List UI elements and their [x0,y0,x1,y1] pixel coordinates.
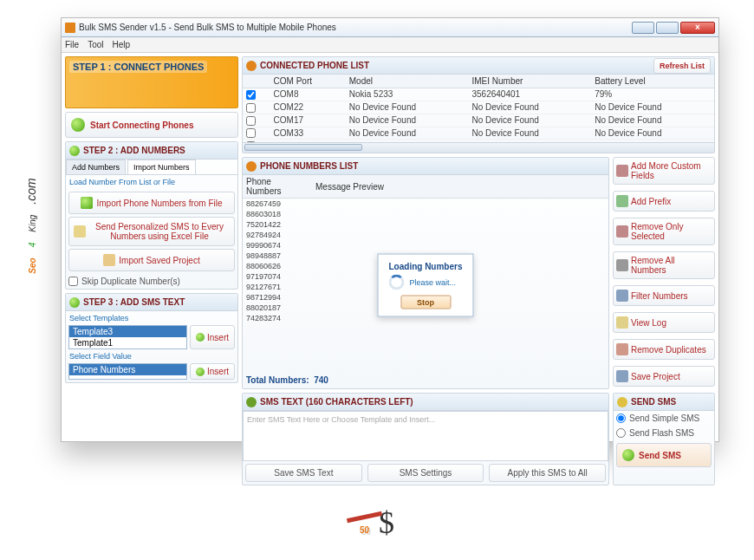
numbers-title: PHONE NUMBERS LIST [260,161,358,171]
refresh-list-button[interactable]: Refresh List [653,58,711,74]
step-icon [69,146,80,156]
insert-icon [196,368,205,376]
template-option[interactable]: Template1 [69,337,186,348]
number-row[interactable]: 92784924 [243,230,312,240]
window-title: Bulk SMS Sender v1.5 - Send Bulk SMS to … [79,23,630,32]
number-row[interactable]: 97197074 [243,271,312,282]
table-row[interactable]: COM22No Device FoundNo Device FoundNo De… [243,101,714,114]
skip-duplicate-checkbox[interactable]: Skip Duplicate Number(s) [66,274,237,289]
titlebar: Bulk SMS Sender v1.5 - Send Bulk SMS to … [62,18,718,37]
menu-file[interactable]: File [65,40,79,49]
excel-icon [74,225,86,238]
envelope-icon [617,397,627,407]
template-list[interactable]: Template3 Template1 [68,325,187,349]
number-row[interactable]: 88603018 [243,209,312,219]
app-window: Bulk SMS Sender v1.5 - Send Bulk SMS to … [61,17,719,442]
add-custom-fields-button[interactable]: Add More Custom Fields [613,157,715,185]
start-connecting-label: Start Connecting Phones [90,120,193,130]
connect-icon [71,118,85,132]
field-option[interactable]: Phone Numbers [69,364,186,375]
close-button[interactable]: × [680,22,715,34]
phone-icon [246,61,257,71]
row-checkbox[interactable] [246,116,256,126]
import-from-file-button[interactable]: Import Phone Numbers from File [68,192,235,214]
import-saved-button[interactable]: Import Saved Project [68,249,235,271]
number-row[interactable]: 98948887 [243,251,312,261]
sms-text-title: SMS TEXT (160 CHARACTERS LEFT) [260,397,413,407]
row-checkbox[interactable] [246,103,256,113]
connected-phone-table: COM PortModelIMEI NumberBattery Level CO… [243,75,714,142]
number-row[interactable]: 75201422 [243,219,312,230]
menu-help[interactable]: Help [112,40,130,49]
insert-icon [196,333,205,342]
price-amount: 50 [360,483,369,547]
save-sms-button[interactable]: Save SMS Text [245,464,362,482]
add-prefix-button[interactable]: Add Prefix [613,191,715,212]
connected-title: CONNECTED PHONE LIST [260,61,650,70]
table-row[interactable]: COM8Nokia 5233356264040179% [243,88,714,101]
tab-import-numbers[interactable]: Import Numbers [127,160,196,174]
total-value: 740 [314,375,328,385]
save-project-button[interactable]: Save Project [613,366,715,387]
sms-settings-button[interactable]: SMS Settings [367,464,484,482]
row-checkbox[interactable] [246,128,256,138]
remove-selected-button[interactable]: Remove Only Selected [613,218,715,245]
tab-add-numbers[interactable]: Add Numbers [66,160,126,174]
view-log-button[interactable]: View Log [613,312,715,333]
step1-title: STEP 1 : CONNECT PHONES [69,61,207,73]
send-simple-radio[interactable]: Send Simple SMS [614,411,714,426]
trash-icon [616,225,628,238]
sms-text-input[interactable]: Enter SMS Text Here or Choose Template a… [243,411,608,461]
stop-button[interactable]: Stop [400,296,451,309]
number-row[interactable]: 88060626 [243,261,312,271]
filter-icon [616,290,628,302]
start-connecting-button[interactable]: Start Connecting Phones [65,112,238,138]
step3-title: STEP 3 : ADD SMS TEXT [83,297,185,307]
send-sms-button[interactable]: Send SMS [616,443,712,467]
send-flash-radio[interactable]: Send Flash SMS [614,426,714,440]
insert-template-button[interactable]: Insert [190,325,235,349]
table-row[interactable]: COM33No Device FoundNo Device FoundNo De… [243,127,714,140]
maximize-button[interactable] [656,22,679,34]
folder-icon [103,254,115,266]
number-row[interactable]: 74283274 [243,313,312,323]
loading-dialog: Loading Numbers Please wait... Stop [377,254,473,317]
row-checkbox[interactable] [246,90,256,100]
step2-title: STEP 2 : ADD NUMBERS [83,146,185,155]
number-row[interactable]: 92127671 [243,282,312,292]
plus-icon [616,195,628,207]
minimize-button[interactable] [632,22,654,34]
number-row[interactable]: 98712994 [243,292,312,303]
personalized-sms-button[interactable]: Send Personalized SMS to Every Numbers u… [68,217,235,246]
horizontal-scrollbar[interactable] [243,142,714,153]
select-templates-label: Select Templates [66,311,237,325]
price-label: 50 $ [0,483,754,547]
remove-duplicates-button[interactable]: Remove Duplicates [613,339,715,360]
please-wait-label: Please wait... [409,278,456,287]
menubar: File Tool Help [62,37,718,53]
insert-field-button[interactable]: Insert [190,363,235,380]
filter-numbers-button[interactable]: Filter Numbers [613,285,715,306]
field-list[interactable]: Phone Numbers [68,363,187,380]
number-row[interactable]: 88267459 [243,199,312,209]
save-icon [616,370,628,382]
menu-tool[interactable]: Tool [88,40,103,49]
number-row[interactable]: 88020187 [243,303,312,313]
brand-four: 4 [28,242,37,247]
table-row[interactable]: COM17No Device FoundNo Device FoundNo De… [243,114,714,127]
log-icon [616,316,628,329]
template-option[interactable]: Template3 [69,326,186,337]
remove-all-button[interactable]: Remove All Numbers [613,251,715,279]
load-label: Load Number From List or File [66,175,237,189]
number-row[interactable]: 99990674 [243,240,312,251]
step-icon [69,297,80,308]
strikethrough [347,511,382,523]
trash-all-icon [616,259,628,271]
download-icon [81,197,93,209]
sms-icon [246,397,257,407]
brand-watermark: Seo 4 King .com [16,52,42,399]
step1-banner: STEP 1 : CONNECT PHONES [65,56,238,108]
spinner-icon [388,275,404,290]
brand-com: .com [24,178,38,204]
apply-all-button[interactable]: Apply this SMS to All [489,464,606,482]
